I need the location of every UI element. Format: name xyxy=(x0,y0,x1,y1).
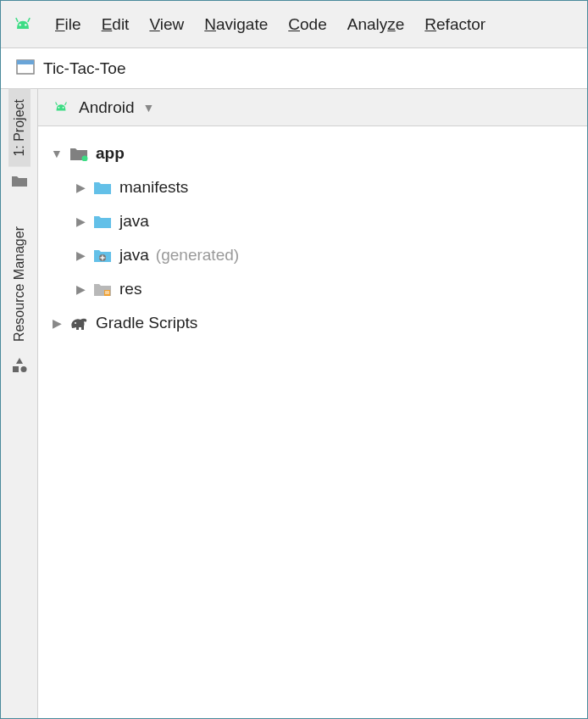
menu-view[interactable]: View xyxy=(149,15,184,34)
resources-folder-icon xyxy=(92,281,113,298)
svg-marker-6 xyxy=(16,358,23,364)
svg-rect-7 xyxy=(13,366,19,372)
svg-line-9 xyxy=(56,102,58,105)
svg-point-18 xyxy=(75,322,76,324)
chevron-right-icon: ▶ xyxy=(74,248,87,262)
folder-icon xyxy=(92,213,113,230)
tree-node-label: java xyxy=(119,212,149,231)
tree-node-suffix: (generated) xyxy=(156,246,239,265)
svg-rect-5 xyxy=(17,60,34,64)
tree-node-gradle-scripts[interactable]: ▶ Gradle Scripts xyxy=(38,306,587,340)
android-logo-icon xyxy=(52,99,70,116)
project-window-icon xyxy=(16,59,35,78)
chevron-right-icon: ▶ xyxy=(74,215,87,228)
menu-analyze[interactable]: Analyze xyxy=(347,15,405,34)
svg-point-12 xyxy=(63,106,64,108)
rail-tab-resource-manager-label: Resource Manager xyxy=(12,226,27,342)
menu-file[interactable]: File xyxy=(55,15,81,34)
tree-node-label: app xyxy=(96,144,125,163)
menu-refactor[interactable]: Refactor xyxy=(424,15,485,34)
chevron-down-icon: ▼ xyxy=(50,147,64,160)
tree-node-label: Gradle Scripts xyxy=(96,314,197,332)
svg-line-0 xyxy=(16,18,18,22)
left-rail: 1: Project Resource Manager xyxy=(1,89,38,718)
gradle-icon xyxy=(69,315,89,332)
generated-folder-icon xyxy=(92,247,113,264)
chevron-right-icon: ▶ xyxy=(74,282,87,296)
tree-node-label: manifests xyxy=(119,178,188,197)
menu-navigate[interactable]: Navigate xyxy=(204,15,268,34)
tree-node-java-generated[interactable]: ▶ java (generated) xyxy=(38,238,587,272)
view-selector-label: Android xyxy=(79,98,135,117)
project-panel: Android ▼ ▼ app ▶ xyxy=(38,89,587,718)
menubar: File Edit View Navigate Code Analyze Ref… xyxy=(1,1,587,48)
folder-icon xyxy=(92,179,113,196)
tree-node-label: java xyxy=(119,246,149,265)
resource-manager-icon xyxy=(11,352,28,377)
svg-point-8 xyxy=(20,366,26,372)
breadcrumb: Tic-Tac-Toe xyxy=(1,48,587,89)
rail-tab-project-label: 1: Project xyxy=(12,99,27,157)
tree-node-res[interactable]: ▶ res xyxy=(38,272,587,306)
rail-tab-project[interactable]: 1: Project xyxy=(8,89,31,167)
module-icon xyxy=(69,145,89,162)
svg-point-11 xyxy=(58,106,60,108)
tree-node-manifests[interactable]: ▶ manifests xyxy=(38,170,587,204)
tree-node-label: res xyxy=(119,280,141,298)
menu-code[interactable]: Code xyxy=(288,15,326,34)
svg-line-1 xyxy=(28,18,30,22)
folder-icon xyxy=(11,167,28,192)
tree-node-java[interactable]: ▶ java xyxy=(38,204,587,238)
chevron-down-icon: ▼ xyxy=(143,101,155,114)
project-tree: ▼ app ▶ manifests ▶ xyxy=(38,126,587,350)
tree-node-app[interactable]: ▼ app xyxy=(38,137,587,170)
breadcrumb-project[interactable]: Tic-Tac-Toe xyxy=(43,59,125,78)
rail-tab-resource-manager[interactable]: Resource Manager xyxy=(8,216,31,352)
android-logo-icon xyxy=(11,14,35,35)
chevron-right-icon: ▶ xyxy=(74,181,87,194)
svg-point-3 xyxy=(25,24,26,25)
menu-edit[interactable]: Edit xyxy=(102,15,130,34)
chevron-right-icon: ▶ xyxy=(50,316,64,330)
svg-point-2 xyxy=(19,24,21,25)
main-area: 1: Project Resource Manager xyxy=(1,89,587,718)
view-selector[interactable]: Android ▼ xyxy=(38,89,587,126)
svg-line-10 xyxy=(65,102,67,105)
